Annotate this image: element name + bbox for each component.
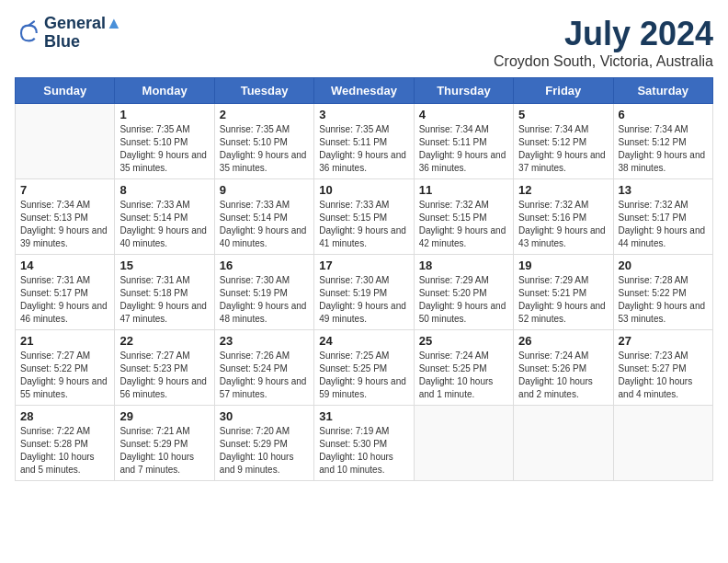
day-info: Sunrise: 7:33 AMSunset: 5:15 PMDaylight:…: [319, 199, 408, 250]
calendar-day-cell: 19Sunrise: 7:29 AMSunset: 5:21 PMDayligh…: [514, 255, 613, 330]
day-number: 10: [319, 183, 408, 197]
day-of-week-header: Sunday: [16, 78, 115, 104]
calendar-day-cell: 21Sunrise: 7:27 AMSunset: 5:22 PMDayligh…: [16, 330, 115, 406]
location-subtitle: Croydon South, Victoria, Australia: [494, 53, 713, 70]
day-number: 22: [119, 334, 209, 348]
day-number: 4: [419, 108, 508, 121]
day-info: Sunrise: 7:35 AMSunset: 5:11 PMDaylight:…: [319, 123, 408, 175]
day-info: Sunrise: 7:32 AMSunset: 5:17 PMDaylight:…: [619, 199, 708, 250]
day-info: Sunrise: 7:34 AMSunset: 5:12 PMDaylight:…: [619, 123, 708, 175]
calendar-day-cell: 23Sunrise: 7:26 AMSunset: 5:24 PMDayligh…: [214, 330, 313, 406]
day-info: Sunrise: 7:30 AMSunset: 5:19 PMDaylight:…: [220, 274, 309, 326]
calendar-day-cell: [514, 406, 613, 481]
day-number: 17: [319, 259, 408, 272]
logo-icon: [15, 20, 40, 46]
day-info: Sunrise: 7:34 AMSunset: 5:11 PMDaylight:…: [419, 123, 508, 175]
day-info: Sunrise: 7:34 AMSunset: 5:12 PMDaylight:…: [518, 123, 608, 175]
calendar-day-cell: 24Sunrise: 7:25 AMSunset: 5:25 PMDayligh…: [314, 330, 414, 406]
title-block: July 2024 Croydon South, Victoria, Austr…: [494, 15, 713, 70]
day-number: 14: [20, 259, 109, 272]
day-number: 1: [119, 108, 209, 121]
calendar-day-cell: 3Sunrise: 7:35 AMSunset: 5:11 PMDaylight…: [314, 104, 414, 179]
day-info: Sunrise: 7:30 AMSunset: 5:19 PMDaylight:…: [319, 274, 408, 326]
day-number: 15: [119, 259, 209, 272]
calendar-day-cell: [16, 104, 115, 179]
calendar-day-cell: 22Sunrise: 7:27 AMSunset: 5:23 PMDayligh…: [115, 330, 214, 406]
day-info: Sunrise: 7:28 AMSunset: 5:22 PMDaylight:…: [619, 274, 708, 326]
calendar-day-cell: 1Sunrise: 7:35 AMSunset: 5:10 PMDaylight…: [115, 104, 214, 179]
day-number: 9: [220, 183, 309, 197]
day-info: Sunrise: 7:33 AMSunset: 5:14 PMDaylight:…: [119, 199, 209, 250]
day-info: Sunrise: 7:19 AMSunset: 5:30 PMDaylight:…: [319, 425, 408, 477]
day-info: Sunrise: 7:29 AMSunset: 5:20 PMDaylight:…: [419, 274, 508, 326]
calendar-day-cell: 26Sunrise: 7:24 AMSunset: 5:26 PMDayligh…: [514, 330, 613, 406]
calendar-day-cell: 4Sunrise: 7:34 AMSunset: 5:11 PMDaylight…: [414, 104, 513, 179]
day-info: Sunrise: 7:25 AMSunset: 5:25 PMDaylight:…: [319, 350, 408, 401]
day-number: 21: [20, 334, 109, 348]
day-info: Sunrise: 7:35 AMSunset: 5:10 PMDaylight:…: [220, 123, 309, 175]
day-info: Sunrise: 7:22 AMSunset: 5:28 PMDaylight:…: [20, 425, 109, 477]
day-number: 26: [518, 334, 608, 348]
day-info: Sunrise: 7:20 AMSunset: 5:29 PMDaylight:…: [220, 425, 309, 477]
day-of-week-header: Tuesday: [214, 78, 313, 104]
calendar-day-cell: 11Sunrise: 7:32 AMSunset: 5:15 PMDayligh…: [414, 179, 513, 255]
day-info: Sunrise: 7:27 AMSunset: 5:23 PMDaylight:…: [119, 350, 209, 401]
day-number: 24: [319, 334, 408, 348]
calendar-day-cell: 27Sunrise: 7:23 AMSunset: 5:27 PMDayligh…: [613, 330, 712, 406]
calendar-header-row: SundayMondayTuesdayWednesdayThursdayFrid…: [16, 78, 713, 104]
day-info: Sunrise: 7:27 AMSunset: 5:22 PMDaylight:…: [20, 350, 109, 401]
calendar-day-cell: 20Sunrise: 7:28 AMSunset: 5:22 PMDayligh…: [613, 255, 712, 330]
day-number: 6: [619, 108, 708, 121]
calendar-day-cell: 14Sunrise: 7:31 AMSunset: 5:17 PMDayligh…: [16, 255, 115, 330]
day-number: 8: [119, 183, 209, 197]
day-number: 2: [220, 108, 309, 121]
calendar-day-cell: 25Sunrise: 7:24 AMSunset: 5:25 PMDayligh…: [414, 330, 513, 406]
calendar-day-cell: 15Sunrise: 7:31 AMSunset: 5:18 PMDayligh…: [115, 255, 214, 330]
day-number: 3: [319, 108, 408, 121]
day-number: 31: [319, 409, 408, 423]
day-info: Sunrise: 7:34 AMSunset: 5:13 PMDaylight:…: [20, 199, 109, 250]
day-number: 30: [220, 409, 309, 423]
day-number: 11: [419, 183, 508, 197]
calendar-week-row: 21Sunrise: 7:27 AMSunset: 5:22 PMDayligh…: [16, 330, 713, 406]
day-info: Sunrise: 7:26 AMSunset: 5:24 PMDaylight:…: [220, 350, 309, 401]
logo-text: General▲ Blue: [44, 15, 122, 52]
day-number: 27: [619, 334, 708, 348]
calendar-day-cell: 6Sunrise: 7:34 AMSunset: 5:12 PMDaylight…: [613, 104, 712, 179]
calendar-table: SundayMondayTuesdayWednesdayThursdayFrid…: [15, 77, 713, 481]
day-of-week-header: Friday: [514, 78, 613, 104]
calendar-day-cell: 9Sunrise: 7:33 AMSunset: 5:14 PMDaylight…: [214, 179, 313, 255]
calendar-day-cell: 17Sunrise: 7:30 AMSunset: 5:19 PMDayligh…: [314, 255, 414, 330]
day-number: 13: [619, 183, 708, 197]
day-info: Sunrise: 7:32 AMSunset: 5:16 PMDaylight:…: [518, 199, 608, 250]
day-info: Sunrise: 7:32 AMSunset: 5:15 PMDaylight:…: [419, 199, 508, 250]
calendar-day-cell: 28Sunrise: 7:22 AMSunset: 5:28 PMDayligh…: [16, 406, 115, 481]
day-of-week-header: Wednesday: [314, 78, 414, 104]
calendar-day-cell: 10Sunrise: 7:33 AMSunset: 5:15 PMDayligh…: [314, 179, 414, 255]
day-of-week-header: Saturday: [613, 78, 712, 104]
calendar-week-row: 28Sunrise: 7:22 AMSunset: 5:28 PMDayligh…: [16, 406, 713, 481]
day-of-week-header: Monday: [115, 78, 214, 104]
day-number: 12: [518, 183, 608, 197]
page-header: General▲ Blue July 2024 Croydon South, V…: [15, 15, 713, 70]
calendar-week-row: 7Sunrise: 7:34 AMSunset: 5:13 PMDaylight…: [16, 179, 713, 255]
calendar-day-cell: [414, 406, 513, 481]
day-info: Sunrise: 7:24 AMSunset: 5:26 PMDaylight:…: [518, 350, 608, 401]
calendar-day-cell: 2Sunrise: 7:35 AMSunset: 5:10 PMDaylight…: [214, 104, 313, 179]
day-number: 16: [220, 259, 309, 272]
day-of-week-header: Thursday: [414, 78, 513, 104]
day-info: Sunrise: 7:24 AMSunset: 5:25 PMDaylight:…: [419, 350, 508, 401]
calendar-day-cell: 30Sunrise: 7:20 AMSunset: 5:29 PMDayligh…: [214, 406, 313, 481]
day-info: Sunrise: 7:23 AMSunset: 5:27 PMDaylight:…: [619, 350, 708, 401]
calendar-day-cell: 16Sunrise: 7:30 AMSunset: 5:19 PMDayligh…: [214, 255, 313, 330]
calendar-day-cell: 5Sunrise: 7:34 AMSunset: 5:12 PMDaylight…: [514, 104, 613, 179]
day-number: 18: [419, 259, 508, 272]
day-info: Sunrise: 7:31 AMSunset: 5:18 PMDaylight:…: [119, 274, 209, 326]
day-number: 28: [20, 409, 109, 423]
day-number: 23: [220, 334, 309, 348]
calendar-day-cell: 13Sunrise: 7:32 AMSunset: 5:17 PMDayligh…: [613, 179, 712, 255]
calendar-day-cell: 31Sunrise: 7:19 AMSunset: 5:30 PMDayligh…: [314, 406, 414, 481]
day-info: Sunrise: 7:35 AMSunset: 5:10 PMDaylight:…: [119, 123, 209, 175]
day-info: Sunrise: 7:21 AMSunset: 5:29 PMDaylight:…: [119, 425, 209, 477]
month-title: July 2024: [494, 15, 713, 53]
